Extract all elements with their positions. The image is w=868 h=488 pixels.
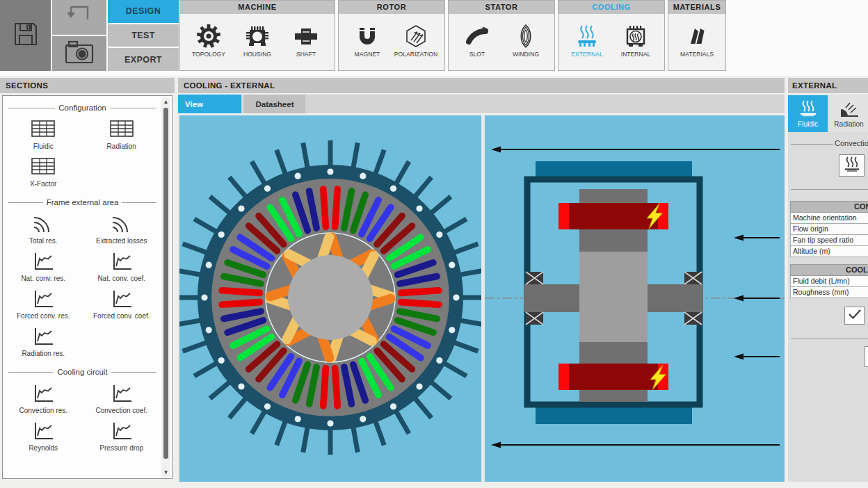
- ribbon-item-topology[interactable]: TOPOLOGY: [186, 25, 232, 58]
- section-item-forced-conv-coef[interactable]: Forced conv. coef.: [83, 285, 161, 323]
- tab-view[interactable]: View: [178, 95, 241, 113]
- convection-button[interactable]: [839, 154, 865, 177]
- external-cooling-panel: Fluidic Radiation Convection CONVECTIONM…: [788, 95, 868, 482]
- curve-icon: [32, 383, 54, 405]
- ribbon-group-machine: MACHINETOPOLOGYHOUSINGSHAFT: [179, 0, 335, 71]
- sections-panel-title: SECTIONS: [0, 78, 175, 93]
- section-item-total-res[interactable]: Total res.: [4, 210, 83, 247]
- curve-icon: [111, 383, 133, 405]
- ribbon-item-label: HOUSING: [243, 51, 271, 58]
- scroll-down-icon[interactable]: ▼: [161, 468, 170, 477]
- mode-tab-export[interactable]: EXPORT: [108, 48, 179, 71]
- curve-icon: [111, 288, 133, 310]
- section-item-label: Total res.: [29, 237, 58, 245]
- topology-icon: [196, 25, 221, 49]
- ribbon-item-winding[interactable]: WINDING: [503, 25, 549, 58]
- parameter-row[interactable]: Fan tip speed ratio: [790, 235, 868, 246]
- housing-icon: [245, 25, 270, 49]
- section-item-label: Forced conv. coef.: [93, 312, 150, 320]
- section-items: Convection res.Convection coef.ReynoldsP…: [4, 376, 161, 456]
- tab-radiation-label: Radiation: [834, 120, 863, 128]
- parameter-row[interactable]: Altitude (m): [790, 246, 868, 257]
- scroll-up-icon[interactable]: ▲: [161, 97, 170, 106]
- section-item-nat-conv-coef[interactable]: Nat. conv. coef.: [83, 247, 161, 285]
- ribbon-item-housing[interactable]: HOUSING: [234, 25, 280, 58]
- ribbon-item-magnet[interactable]: MAGNET: [344, 25, 390, 58]
- ribbon-item-polarization[interactable]: POLARIZATION: [393, 25, 439, 58]
- mode-tab-test[interactable]: TEST: [108, 24, 179, 47]
- save-button[interactable]: [0, 0, 51, 71]
- ribbon-group-rotor: ROTORMAGNETPOLARIZATION: [338, 0, 445, 71]
- ribbon-item-label: SLOT: [469, 51, 485, 58]
- ribbon-group-title: COOLING: [558, 1, 664, 14]
- parameter-row[interactable]: Flow origin: [790, 224, 868, 235]
- view-tabs: View Datasheet: [178, 95, 785, 113]
- section-item-reynolds[interactable]: Reynolds: [4, 417, 83, 455]
- section-item-x-factor[interactable]: X-Factor: [4, 153, 83, 190]
- cooling-view-canvas: [178, 115, 785, 482]
- ribbon-item-label: POLARIZATION: [394, 51, 437, 58]
- cooling-internal-icon: [623, 25, 648, 49]
- section-item-label: X-Factor: [30, 180, 56, 188]
- sections-panel: ConfigurationFluidicRadiationX-FactorFra…: [2, 95, 172, 479]
- ribbon-item-label: MAGNET: [355, 51, 380, 58]
- ribbon-item-slot[interactable]: SLOT: [454, 25, 500, 58]
- ribbon-item-label: SHAFT: [296, 51, 316, 58]
- tab-fluidic[interactable]: Fluidic: [788, 95, 828, 132]
- sections-scrollbar[interactable]: ▲ ▼: [161, 97, 170, 477]
- materials-icon: [684, 25, 709, 49]
- ribbon-item-materials[interactable]: MATERIALS: [674, 25, 720, 58]
- ribbon-item-external[interactable]: EXTERNAL: [564, 25, 610, 58]
- heat-waves-icon: [842, 156, 862, 175]
- motor-radial-cross-section[interactable]: [179, 115, 481, 482]
- curve-icon: [32, 251, 54, 273]
- shaft-icon: [294, 25, 319, 49]
- convection-group-label: Convection: [835, 139, 868, 147]
- parameter-row[interactable]: Roughness (mm): [790, 287, 868, 298]
- parameter-row[interactable]: Machine orientation: [790, 213, 868, 224]
- table-icon: [31, 156, 55, 178]
- tab-datasheet[interactable]: Datasheet: [244, 95, 305, 113]
- section-items: FluidicRadiationX-Factor: [4, 112, 161, 192]
- parameter-row[interactable]: Fluid debit (L/mn): [790, 276, 868, 287]
- curve-icon: [111, 251, 133, 273]
- section-group-separator: Cooling circuit: [8, 368, 156, 376]
- table-icon: [31, 119, 55, 140]
- fluidic-icon: [798, 99, 819, 119]
- section-item-fluidic[interactable]: Fluidic: [4, 115, 83, 153]
- curve-icon: [111, 421, 133, 442]
- section-item-label: Pressure drop: [99, 444, 143, 452]
- section-item-pressure-drop[interactable]: Pressure drop: [83, 417, 161, 455]
- ribbon-item-shaft[interactable]: SHAFT: [283, 25, 329, 58]
- section-item-nat-conv-res[interactable]: Nat. conv. res.: [4, 247, 83, 285]
- section-item-convection-coef[interactable]: Convection coef.: [83, 380, 161, 417]
- section-item-extracted-losses[interactable]: Extracted losses: [83, 210, 161, 247]
- section-group-separator: Configuration: [8, 104, 156, 112]
- apply-button[interactable]: [844, 307, 865, 325]
- section-item-label: Fluidic: [33, 143, 54, 150]
- motor-axial-cross-section[interactable]: [485, 115, 785, 482]
- scrollbar-thumb[interactable]: [163, 108, 168, 459]
- table-header: COOLING CIRCUIT: [790, 264, 868, 276]
- mode-tab-design[interactable]: DESIGN: [108, 0, 179, 23]
- undo-icon: [64, 2, 95, 33]
- tab-radiation[interactable]: Radiation: [829, 95, 868, 132]
- table-icon: [110, 119, 134, 140]
- screenshot-button[interactable]: [52, 36, 106, 71]
- section-item-convection-res[interactable]: Convection res.: [4, 380, 83, 417]
- section-group-label: Cooling circuit: [57, 368, 107, 376]
- cooling-circuit-table: COOLING CIRCUITFluid debit (L/mn)Roughne…: [790, 264, 868, 298]
- arcs-icon: [111, 213, 133, 235]
- curve-icon: [32, 288, 54, 310]
- section-group-separator: Frame external area: [8, 198, 156, 206]
- section-item-radiation-res[interactable]: Radiation res.: [4, 323, 83, 360]
- curve-icon: [32, 326, 54, 348]
- ribbon-item-internal[interactable]: INTERNAL: [613, 25, 659, 58]
- group-separator: [791, 144, 833, 145]
- ribbon-item-label: WINDING: [513, 51, 539, 58]
- section-item-radiation[interactable]: Radiation: [83, 115, 161, 153]
- undo-button[interactable]: [52, 0, 106, 35]
- section-item-forced-conv-res[interactable]: Forced conv. res.: [4, 285, 83, 323]
- winding-icon: [513, 25, 538, 49]
- partial-button[interactable]: [865, 346, 868, 367]
